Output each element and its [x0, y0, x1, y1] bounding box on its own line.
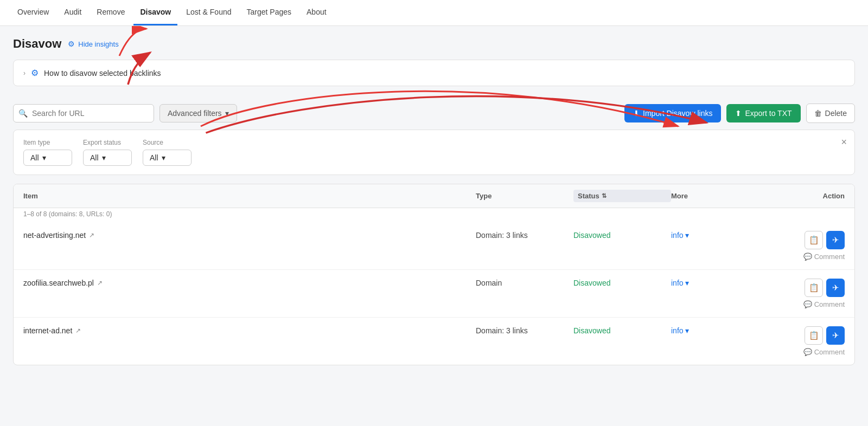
chevron-down-icon-source: ▾	[162, 153, 165, 162]
title-row: Disavow ⚙ Hide insights	[13, 37, 855, 51]
import-icon: ⬇	[633, 109, 640, 118]
nav-remove[interactable]: Remove	[90, 0, 131, 25]
close-filter-button[interactable]: ×	[841, 137, 847, 148]
action-cell-3: 📋 ✈ 💬 Comment	[758, 326, 845, 356]
send-button-2[interactable]: ✈	[826, 279, 845, 297]
item-cell-1: net-advertising.net ↗	[23, 231, 476, 240]
action-buttons-3: 📋 ✈	[805, 326, 845, 345]
table-row: net-advertising.net ↗ Domain: 3 links Di…	[14, 222, 854, 270]
nav-audit[interactable]: Audit	[58, 0, 88, 25]
nav-overview[interactable]: Overview	[11, 0, 55, 25]
external-link-icon-1[interactable]: ↗	[89, 231, 94, 239]
insights-box: › ⚙ How to disavow selected backlinks	[13, 60, 855, 86]
send-button-3[interactable]: ✈	[826, 326, 845, 345]
import-label: Import Disavow links	[643, 109, 712, 118]
col-item: Item	[23, 190, 476, 202]
comment-icon-1: 💬	[803, 253, 812, 261]
table-header: Item Type Status ⇅ More Action	[14, 184, 854, 208]
source-select[interactable]: All ▾	[143, 150, 192, 166]
item-name-3: internet-ad.net	[23, 326, 72, 335]
info-link-3[interactable]: info ▾	[671, 326, 758, 335]
item-cell-3: internet-ad.net ↗	[23, 326, 476, 335]
data-table: Item Type Status ⇅ More Action 1–8 of 8 …	[13, 184, 855, 365]
comment-button-1[interactable]: 💬 Comment	[803, 253, 845, 261]
page-content: Disavow ⚙ Hide insights › ⚙ How to disav…	[0, 26, 868, 426]
search-input[interactable]	[13, 104, 154, 122]
filter-icon: ⇅	[602, 192, 607, 199]
comment-button-3[interactable]: 💬 Comment	[803, 348, 845, 356]
toolbar-right: ⬇ Import Disavow links ⬆ Export to TXT 🗑…	[624, 104, 855, 123]
col-more: More	[671, 190, 758, 202]
gear-icon: ⚙	[68, 40, 75, 48]
trash-icon: 🗑	[814, 109, 822, 118]
table-row: zoofilia.searchweb.pl ↗ Domain Disavowed…	[14, 270, 854, 318]
external-link-icon-3[interactable]: ↗	[75, 327, 81, 334]
copy-button-2[interactable]: 📋	[805, 279, 823, 297]
nav-about[interactable]: About	[300, 0, 333, 25]
item-name-2: zoofilia.searchweb.pl	[23, 279, 94, 287]
comment-label-1: Comment	[814, 253, 845, 261]
chevron-down-icon-item: ▾	[42, 153, 46, 162]
export-status-select[interactable]: All ▾	[83, 150, 132, 166]
table-row: internet-ad.net ↗ Domain: 3 links Disavo…	[14, 318, 854, 365]
col-status: Status ⇅	[573, 190, 671, 202]
more-cell-3: info ▾	[671, 326, 758, 335]
more-cell-1: info ▾	[671, 231, 758, 240]
advanced-filters-button[interactable]: Advanced filters ▾	[159, 104, 237, 122]
export-button[interactable]: ⬆ Export to TXT	[726, 104, 800, 122]
search-icon: 🔍	[18, 109, 28, 118]
nav-lost-found[interactable]: Lost & Found	[180, 0, 238, 25]
top-nav: Overview Audit Remove Disavow Lost & Fou…	[0, 0, 868, 26]
item-cell-2: zoofilia.searchweb.pl ↗	[23, 279, 476, 287]
filter-row: Item type All ▾ Export status All ▾ Sour…	[23, 139, 845, 166]
item-type-filter: Item type All ▾	[23, 139, 72, 166]
hide-insights-label: Hide insights	[78, 40, 118, 48]
nav-disavow[interactable]: Disavow	[133, 0, 177, 25]
source-label: Source	[143, 139, 192, 146]
source-value: All	[150, 153, 158, 162]
chevron-down-icon-export: ▾	[102, 153, 106, 162]
chevron-icon-1: ▾	[685, 231, 689, 240]
action-buttons-2: 📋 ✈	[805, 279, 845, 297]
page-title: Disavow	[13, 37, 61, 51]
table-subheader: 1–8 of 8 (domains: 8, URLs: 0)	[14, 208, 854, 222]
delete-label: Delete	[825, 109, 847, 118]
export-icon: ⬆	[735, 109, 742, 118]
hide-insights-button[interactable]: ⚙ Hide insights	[68, 40, 118, 48]
chevron-icon-2: ▾	[685, 279, 689, 287]
copy-button-3[interactable]: 📋	[805, 326, 823, 345]
action-buttons-1: 📋 ✈	[805, 231, 845, 249]
filter-panel: × Item type All ▾ Export status All ▾ So…	[13, 130, 855, 175]
send-button-1[interactable]: ✈	[826, 231, 845, 249]
item-type-select[interactable]: All ▾	[23, 150, 72, 166]
toolbar: 🔍 Advanced filters ▾ ⬇ Import Disavow li…	[13, 95, 855, 130]
export-label: Export to TXT	[745, 109, 792, 118]
comment-icon-3: 💬	[803, 348, 812, 356]
comment-button-2[interactable]: 💬 Comment	[803, 300, 845, 308]
expand-icon[interactable]: ›	[23, 69, 25, 77]
import-button[interactable]: ⬇ Import Disavow links	[624, 104, 721, 122]
status-cell-3: Disavowed	[573, 326, 671, 335]
type-cell-1: Domain: 3 links	[476, 231, 573, 240]
chevron-icon-3: ▾	[685, 326, 689, 335]
delete-button[interactable]: 🗑 Delete	[806, 104, 855, 123]
external-link-icon-2[interactable]: ↗	[97, 279, 103, 287]
item-type-label: Item type	[23, 139, 72, 146]
more-cell-2: info ▾	[671, 279, 758, 287]
search-input-wrap: 🔍	[13, 104, 154, 122]
chevron-down-icon: ▾	[225, 109, 229, 118]
item-link-1: net-advertising.net ↗	[23, 231, 476, 240]
info-link-2[interactable]: info ▾	[671, 279, 758, 287]
copy-button-1[interactable]: 📋	[805, 231, 823, 249]
type-cell-2: Domain	[476, 279, 573, 287]
info-link-1[interactable]: info ▾	[671, 231, 758, 240]
col-type: Type	[476, 190, 573, 202]
comment-label-2: Comment	[814, 300, 845, 308]
source-filter: Source All ▾	[143, 139, 192, 166]
action-cell-1: 📋 ✈ 💬 Comment	[758, 231, 845, 261]
export-status-value: All	[90, 153, 99, 162]
nav-target-pages[interactable]: Target Pages	[240, 0, 298, 25]
col-action: Action	[758, 190, 845, 202]
export-status-filter: Export status All ▾	[83, 139, 132, 166]
insights-text: How to disavow selected backlinks	[44, 69, 161, 78]
